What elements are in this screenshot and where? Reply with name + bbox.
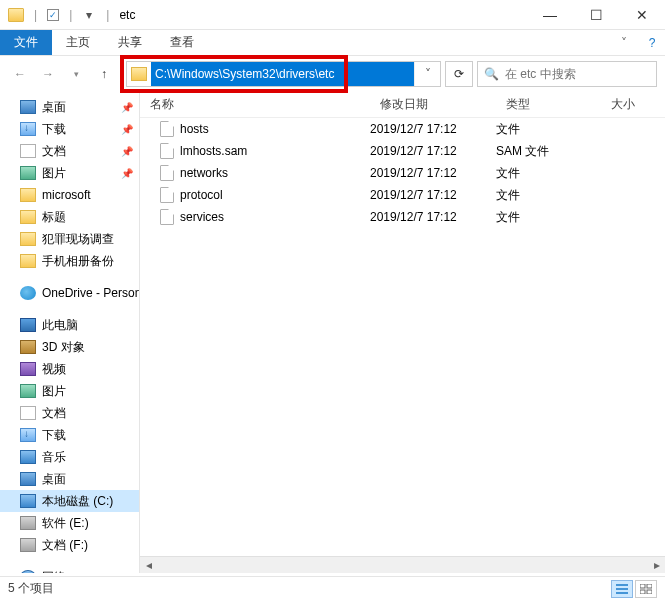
details-view-button[interactable] [611, 580, 633, 598]
address-dropdown-icon[interactable]: ˅ [414, 62, 440, 86]
download-icon [20, 428, 36, 442]
up-button[interactable]: ↑ [92, 62, 116, 86]
file-row[interactable]: networks2019/12/7 17:12文件 [140, 162, 665, 184]
item-count: 5 个项目 [8, 580, 54, 597]
horizontal-scrollbar[interactable]: ◂ ▸ [140, 556, 665, 573]
sidebar-item[interactable]: 音乐 [0, 446, 139, 468]
pin-icon: 📌 [121, 168, 133, 179]
ribbon-expand-icon[interactable]: ˅ [609, 30, 639, 55]
sidebar-item[interactable]: 标题 [0, 206, 139, 228]
tab-share[interactable]: 共享 [104, 30, 156, 55]
sidebar-item[interactable]: 图片 [0, 380, 139, 402]
file-list[interactable]: hosts2019/12/7 17:12文件lmhosts.sam2019/12… [140, 118, 665, 556]
file-type: 文件 [496, 165, 601, 182]
doc-icon [20, 144, 36, 158]
sidebar-item[interactable]: 文档 [0, 402, 139, 424]
navigation-pane[interactable]: 桌面📌下载📌文档📌图片📌microsoft标题犯罪现场调查手机相册备份OneDr… [0, 92, 140, 573]
file-tab[interactable]: 文件 [0, 30, 52, 55]
sidebar-item[interactable]: 视频 [0, 358, 139, 380]
file-type: 文件 [496, 209, 601, 226]
minimize-button[interactable]: ― [527, 0, 573, 30]
column-headers[interactable]: 名称 修改日期 类型 大小 [140, 92, 665, 118]
sidebar-item[interactable]: 软件 (E:) [0, 512, 139, 534]
tab-home[interactable]: 主页 [52, 30, 104, 55]
help-icon[interactable]: ? [639, 30, 665, 55]
search-input[interactable] [505, 67, 655, 81]
tab-view[interactable]: 查看 [156, 30, 208, 55]
sidebar-item-label: OneDrive - Personal [42, 286, 140, 300]
sidebar-item[interactable]: 文档 (F:) [0, 534, 139, 556]
column-date[interactable]: 修改日期 [370, 96, 496, 113]
file-date: 2019/12/7 17:12 [370, 210, 496, 224]
file-icon [160, 165, 174, 181]
file-date: 2019/12/7 17:12 [370, 122, 496, 136]
file-name: protocol [180, 188, 223, 202]
scroll-right-icon[interactable]: ▸ [648, 558, 665, 572]
desktop-icon [20, 472, 36, 486]
sidebar-item[interactable]: microsoft [0, 184, 139, 206]
file-row[interactable]: hosts2019/12/7 17:12文件 [140, 118, 665, 140]
file-row[interactable]: lmhosts.sam2019/12/7 17:12SAM 文件 [140, 140, 665, 162]
navigation-bar: ← → ▾ ↑ ˅ ⟳ 🔍 [0, 56, 665, 92]
sidebar-item[interactable]: 3D 对象 [0, 336, 139, 358]
recent-dropdown-icon[interactable]: ▾ [64, 62, 88, 86]
sidebar-item[interactable]: 手机相册备份 [0, 250, 139, 272]
download-icon [20, 122, 36, 136]
address-bar[interactable]: ˅ [126, 61, 441, 87]
sidebar-item-label: 图片 [42, 383, 66, 400]
scroll-left-icon[interactable]: ◂ [140, 558, 157, 572]
cube-icon [20, 340, 36, 354]
file-row[interactable]: services2019/12/7 17:12文件 [140, 206, 665, 228]
qat-dropdown-icon[interactable]: ▾ [82, 8, 96, 22]
window-title: etc [119, 8, 135, 22]
sidebar-item[interactable]: 下载 [0, 424, 139, 446]
file-type: 文件 [496, 121, 601, 138]
sidebar-item-label: 3D 对象 [42, 339, 85, 356]
sidebar-item[interactable]: 此电脑 [0, 314, 139, 336]
file-type: 文件 [496, 187, 601, 204]
checkbox-icon[interactable]: ✓ [47, 9, 59, 21]
folder-icon [131, 67, 147, 81]
file-date: 2019/12/7 17:12 [370, 144, 496, 158]
sidebar-item[interactable]: 图片📌 [0, 162, 139, 184]
refresh-button[interactable]: ⟳ [445, 61, 473, 87]
sidebar-item-label: 文档 (F:) [42, 537, 88, 554]
sidebar-item[interactable]: 桌面 [0, 468, 139, 490]
video-icon [20, 362, 36, 376]
forward-button[interactable]: → [36, 62, 60, 86]
sidebar-item[interactable]: 文档📌 [0, 140, 139, 162]
file-row[interactable]: protocol2019/12/7 17:12文件 [140, 184, 665, 206]
sidebar-item[interactable]: 下载📌 [0, 118, 139, 140]
sidebar-item-label: 此电脑 [42, 317, 78, 334]
folder-icon [20, 210, 36, 224]
pin-icon: 📌 [121, 102, 133, 113]
sidebar-item[interactable]: 犯罪现场调查 [0, 228, 139, 250]
sidebar-item[interactable]: 本地磁盘 (C:) [0, 490, 139, 512]
sidebar-item-label: 音乐 [42, 449, 66, 466]
sidebar-item[interactable]: 网络 [0, 566, 139, 573]
column-size[interactable]: 大小 [601, 96, 665, 113]
pic-icon [20, 166, 36, 180]
maximize-button[interactable]: ☐ [573, 0, 619, 30]
sidebar-item[interactable]: OneDrive - Personal [0, 282, 139, 304]
svg-rect-3 [647, 590, 652, 594]
sidebar-item-label: 标题 [42, 209, 66, 226]
separator: | [69, 8, 72, 22]
drive-icon [20, 516, 36, 530]
drive-icon [20, 538, 36, 552]
address-input[interactable] [151, 62, 414, 86]
back-button[interactable]: ← [8, 62, 32, 86]
column-type[interactable]: 类型 [496, 96, 601, 113]
pin-icon: 📌 [121, 124, 133, 135]
file-type: SAM 文件 [496, 143, 601, 160]
large-icons-view-button[interactable] [635, 580, 657, 598]
svg-rect-2 [640, 590, 645, 594]
close-button[interactable]: ✕ [619, 0, 665, 30]
sidebar-item[interactable]: 桌面📌 [0, 96, 139, 118]
pin-icon: 📌 [121, 146, 133, 157]
column-name[interactable]: 名称 [140, 96, 370, 113]
quick-access-toolbar: | ✓ | ▾ | [8, 8, 113, 22]
search-box[interactable]: 🔍 [477, 61, 657, 87]
svg-rect-1 [647, 584, 652, 588]
separator: | [106, 8, 109, 22]
